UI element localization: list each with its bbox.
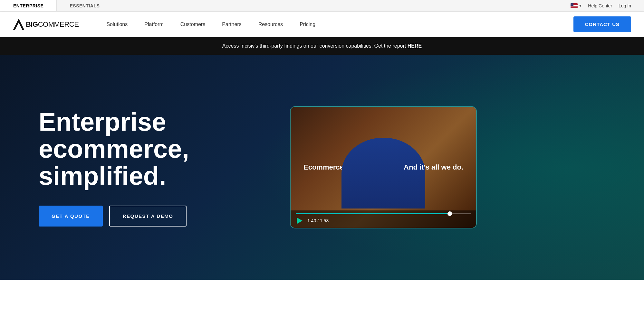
hero-section: Enterprise ecommerce, simplified. GET A … bbox=[0, 55, 644, 280]
video-progress-fill bbox=[296, 213, 450, 214]
tab-essentials[interactable]: ESSENTIALS bbox=[57, 0, 112, 11]
tab-enterprise[interactable]: ENTERPRISE bbox=[0, 0, 57, 11]
nav-right: CONTACT US bbox=[573, 16, 631, 32]
video-controls-bottom: 1:40 / 1:58 bbox=[296, 217, 471, 225]
video-time: 1:40 / 1:58 bbox=[307, 218, 329, 223]
nav-solutions[interactable]: Solutions bbox=[98, 12, 136, 37]
video-progress-bar[interactable] bbox=[296, 213, 471, 214]
logo-icon bbox=[13, 19, 24, 30]
play-icon bbox=[297, 218, 303, 224]
main-nav: BIGCOMMERCE Solutions Platform Customers… bbox=[0, 12, 644, 37]
nav-customers[interactable]: Customers bbox=[172, 12, 214, 37]
nav-pricing[interactable]: Pricing bbox=[291, 12, 324, 37]
video-text-right: And it's all we do. bbox=[404, 163, 463, 172]
top-bar-tabs: ENTERPRISE ESSENTIALS bbox=[0, 0, 112, 11]
flag-icon bbox=[571, 3, 578, 8]
play-button[interactable] bbox=[296, 217, 303, 225]
help-center-link[interactable]: Help Center bbox=[588, 3, 612, 8]
nav-links: Solutions Platform Customers Partners Re… bbox=[98, 12, 573, 37]
language-selector[interactable]: ▾ bbox=[571, 3, 582, 8]
video-progress-thumb bbox=[447, 211, 452, 216]
banner-link[interactable]: HERE bbox=[408, 43, 422, 49]
person-body bbox=[341, 138, 425, 208]
nav-platform[interactable]: Platform bbox=[136, 12, 172, 37]
request-demo-button[interactable]: REQUEST A DEMO bbox=[109, 206, 187, 227]
top-bar: ENTERPRISE ESSENTIALS ▾ Help Center Log … bbox=[0, 0, 644, 12]
chevron-down-icon: ▾ bbox=[579, 3, 582, 8]
hero-video: Ecommerce is what we do. And it's all we… bbox=[290, 106, 477, 228]
nav-resources[interactable]: Resources bbox=[250, 12, 291, 37]
hero-title: Enterprise ecommerce, simplified. bbox=[39, 108, 264, 190]
login-link[interactable]: Log In bbox=[619, 3, 631, 8]
video-background: Ecommerce is what we do. And it's all we… bbox=[291, 107, 476, 228]
announcement-banner: Access Incisiv's third-party findings on… bbox=[0, 37, 644, 55]
top-bar-right: ▾ Help Center Log In bbox=[571, 3, 644, 8]
hero-buttons: GET A QUOTE REQUEST A DEMO bbox=[39, 206, 264, 227]
nav-partners[interactable]: Partners bbox=[214, 12, 250, 37]
video-controls: 1:40 / 1:58 bbox=[291, 210, 476, 228]
get-quote-button[interactable]: GET A QUOTE bbox=[39, 206, 103, 227]
hero-content: Enterprise ecommerce, simplified. GET A … bbox=[39, 108, 264, 227]
contact-us-button[interactable]: CONTACT US bbox=[573, 16, 631, 32]
banner-text: Access Incisiv's third-party findings on… bbox=[222, 43, 408, 49]
logo[interactable]: BIGCOMMERCE bbox=[13, 19, 79, 30]
video-player[interactable]: Ecommerce is what we do. And it's all we… bbox=[290, 106, 477, 228]
logo-text: BIGCOMMERCE bbox=[26, 20, 79, 29]
